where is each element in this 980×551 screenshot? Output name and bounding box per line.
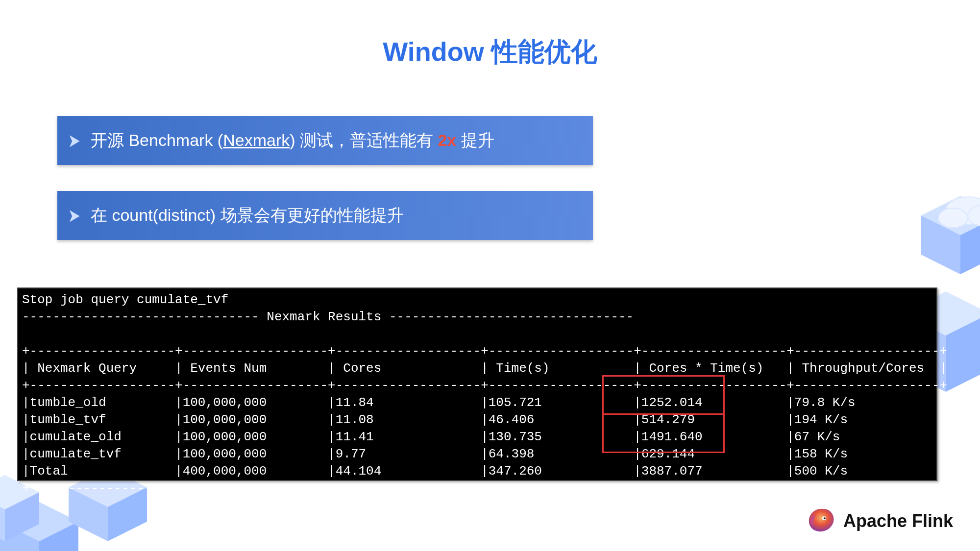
bullet-benchmark: ➤ 开源 Benchmark (Nexmark) 测试，普适性能有 2x 提升	[57, 116, 593, 165]
svg-marker-11	[960, 216, 980, 274]
bullet-1-mid: ) 测试，普适性能有	[290, 131, 438, 149]
highlight-box-cumulate	[602, 413, 725, 453]
bullet-2-text: 在 count(distinct) 场景会有更好的性能提升	[91, 204, 404, 227]
svg-marker-1	[0, 522, 39, 551]
highlight-box-tumble	[602, 375, 725, 415]
svg-marker-8	[5, 492, 39, 541]
svg-point-15	[946, 197, 980, 224]
terminal-output: Stop job query cumulate_tvf ------------…	[17, 287, 937, 481]
slide-title: Window 性能优化	[0, 34, 980, 70]
apache-flink-logo: Apache Flink	[806, 506, 953, 536]
bullet-count-distinct: ➤ 在 count(distinct) 场景会有更好的性能提升	[57, 191, 593, 240]
chevron-right-icon: ➤	[69, 131, 79, 150]
svg-marker-14	[946, 313, 980, 392]
svg-point-17	[938, 208, 968, 228]
nexmark-link[interactable]: Nexmark	[223, 131, 290, 149]
svg-marker-10	[921, 216, 960, 274]
svg-marker-7	[0, 492, 5, 541]
svg-point-16	[968, 205, 980, 226]
svg-marker-9	[921, 196, 980, 235]
chevron-right-icon: ➤	[69, 206, 79, 225]
bullet-1-red: 2x	[438, 131, 456, 149]
flink-squirrel-icon	[806, 506, 836, 536]
bullet-1-text: 开源 Benchmark (Nexmark) 测试，普适性能有 2x 提升	[91, 129, 494, 152]
svg-marker-0	[0, 502, 78, 541]
bullet-1-pre: 开源 Benchmark (	[91, 131, 223, 149]
svg-point-19	[824, 517, 826, 519]
logo-text: Apache Flink	[843, 511, 953, 531]
svg-marker-2	[39, 522, 78, 551]
bullet-1-post: 提升	[456, 131, 494, 149]
